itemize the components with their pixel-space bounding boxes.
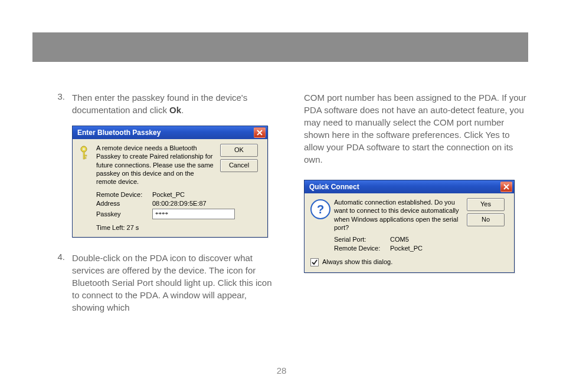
no-button[interactable]: No	[467, 213, 505, 226]
dialog-titlebar[interactable]: Quick Connect	[305, 180, 514, 193]
quick-connect-dialog: Quick Connect ? Automatic connection est…	[304, 180, 515, 273]
page-number: 28	[0, 365, 563, 375]
always-show-checkbox[interactable]	[310, 258, 319, 266]
content-columns: 3. Then enter the passkey found in the d…	[47, 91, 528, 323]
dialog-body: A remote device needs a Bluetooth Passke…	[73, 139, 267, 237]
header-bar	[32, 32, 528, 62]
step-3-text-b: .	[181, 105, 184, 115]
dialog-message: A remote device needs a Bluetooth Passke…	[96, 144, 220, 186]
passkey-label: Passkey	[96, 210, 152, 218]
svg-rect-4	[84, 157, 86, 159]
right-column: COM port number has been assigned to the…	[304, 91, 528, 323]
question-icon: ?	[310, 198, 334, 219]
close-icon[interactable]	[254, 127, 266, 138]
step-4: 4. Double-click on the PDA icon to disco…	[47, 252, 280, 314]
step-text: Then enter the passkey found in the devi…	[72, 91, 280, 116]
yes-button[interactable]: Yes	[467, 198, 505, 211]
remote-device-value: Pocket_PC	[390, 245, 423, 252]
step-3-ok-word: Ok	[169, 105, 181, 115]
step-3-text-a: Then enter the passkey found in the devi…	[72, 93, 247, 115]
ok-button[interactable]: OK	[220, 144, 258, 157]
checkbox-label: Always show this dialog.	[322, 258, 392, 265]
dialog-message: Automatic connection established. Do you…	[334, 198, 467, 232]
dialog-title: Quick Connect	[309, 183, 359, 191]
key-icon	[78, 144, 96, 162]
dialog-title: Enter Bluetooth Passkey	[77, 129, 161, 137]
remote-device-label: Remote Device:	[96, 191, 152, 198]
svg-point-1	[83, 148, 85, 150]
step-3: 3. Then enter the passkey found in the d…	[47, 91, 280, 116]
continuation-text: COM port number has been assigned to the…	[304, 91, 528, 166]
left-column: 3. Then enter the passkey found in the d…	[47, 91, 280, 323]
time-left-label: Time Left: 27 s	[96, 224, 261, 231]
passkey-input[interactable]: ****	[152, 209, 235, 219]
serial-port-label: Serial Port:	[334, 236, 390, 243]
address-value: 08:00:28:D9:5E:87	[152, 200, 207, 207]
step-number: 3.	[47, 91, 72, 116]
svg-rect-3	[84, 155, 87, 156]
step-text: Double-click on the PDA icon to discover…	[72, 252, 280, 314]
dialog-titlebar[interactable]: Enter Bluetooth Passkey	[73, 126, 267, 139]
remote-device-label: Remote Device:	[334, 245, 390, 252]
serial-port-value: COM5	[390, 236, 409, 243]
remote-device-value: Pocket_PC	[152, 191, 185, 198]
close-icon[interactable]	[500, 182, 512, 192]
document-page: 3. Then enter the passkey found in the d…	[0, 0, 563, 392]
cancel-button[interactable]: Cancel	[220, 159, 258, 172]
dialog-body: ? Automatic connection established. Do y…	[305, 193, 514, 272]
bluetooth-passkey-dialog: Enter Bluetooth Passkey	[72, 126, 268, 238]
address-label: Address	[96, 200, 152, 207]
step-number: 4.	[47, 252, 72, 314]
